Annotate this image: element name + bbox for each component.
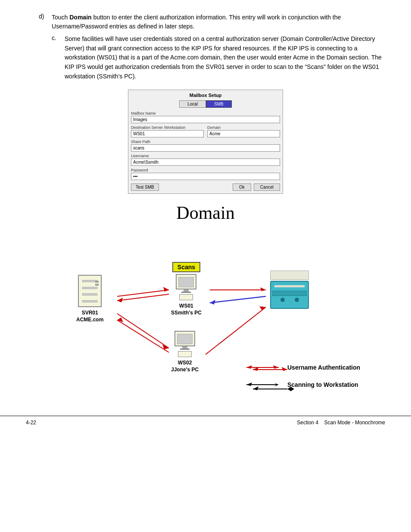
svg-line-12 [206,307,266,355]
svg-line-4 [117,314,169,348]
dest-server-input[interactable] [131,130,204,137]
cancel-button[interactable]: Cancel [254,184,280,191]
dialog-title: Mailbox Setup [131,93,280,98]
test-smb-button[interactable]: Test SMB [131,184,159,191]
dialog-tabs: Local SMB [131,100,280,108]
share-path-input[interactable] [131,144,280,152]
username-input[interactable] [131,159,280,166]
item-d-text: Touch Domain button to enter the client … [52,13,385,31]
page-number: 4-22 [26,420,36,426]
page-footer: 4-22 Section 4 Scan Mode - Monochrome [0,416,411,426]
dest-server-label: Destination Server /Workstation [131,125,204,130]
domain-bold: Domain [69,14,91,21]
mailbox-name-input[interactable] [131,116,280,123]
mailbox-dialog: Mailbox Setup Local SMB Mailbox Name Des… [128,90,283,194]
mailbox-name-field: Mailbox Name [131,111,280,123]
item-c-label: c. [52,34,60,81]
printer-icon [270,271,309,309]
share-path-label: Share Path [131,140,280,144]
password-input[interactable] [131,173,280,180]
ws02-label: WS02JJone's PC [171,360,199,373]
tab-local[interactable]: Local [179,100,206,108]
diagram-area: SVR01ACME.com Scans WS01SSmith's PC [42,227,369,408]
domain-field: Domain [207,125,280,137]
item-c-text: Some facilities will have user credentia… [65,34,385,81]
domain-section: Domain [26,202,385,408]
dialog-buttons: Test SMB Ok Cancel [131,184,280,191]
password-field: Password [131,168,280,180]
domain-input[interactable] [207,130,280,137]
scanning-label: Scanning to Workstation [287,381,358,388]
svr01-icon: SVR01ACME.com [76,275,103,323]
dest-domain-row: Destination Server /Workstation Domain [131,125,280,137]
username-field: Username [131,154,280,166]
test-smb-container: Test SMB [131,184,159,191]
item-d-label: d) [39,13,47,31]
ws02-icon: WS02JJone's PC [171,331,199,373]
legend-scanning: Scanning to Workstation [244,380,358,389]
svg-marker-11 [210,300,215,305]
ok-button[interactable]: Ok [233,184,251,191]
password-label: Password [131,168,280,172]
svg-line-10 [210,296,266,303]
dest-server-field: Destination Server /Workstation [131,125,204,137]
domain-title: Domain [26,202,385,223]
svg-line-6 [117,320,169,352]
legend-username: Username Authentication [244,363,360,372]
share-path-field: Share Path [131,140,280,152]
svg-marker-9 [260,287,266,291]
tab-smb[interactable]: SMB [206,100,232,108]
username-auth-label: Username Authentication [287,364,360,371]
scans-badge: Scans [172,262,200,272]
ws01-label: WS01SSmith's PC [171,303,202,316]
mailbox-name-label: Mailbox Name [131,111,280,115]
svg-marker-3 [117,298,123,302]
section-info: Section 4 Scan Mode - Monochrome [297,420,385,426]
domain-label: Domain [207,125,280,130]
dialog-container: Mailbox Setup Local SMB Mailbox Name Des… [26,90,385,194]
svr01-label: SVR01ACME.com [76,310,103,323]
username-label: Username [131,154,280,158]
ws01-icon: Scans WS01SSmith's PC [171,262,202,316]
ok-cancel-container: Ok Cancel [233,184,280,191]
